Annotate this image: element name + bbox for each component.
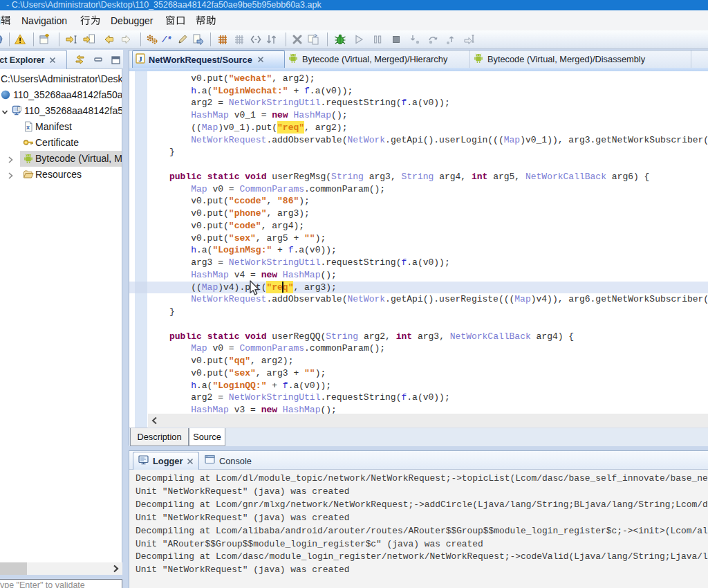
code-line-14: v0.put("sex", arg5 + ""); bbox=[148, 232, 708, 245]
code-token: void bbox=[245, 331, 266, 342]
pause-icon[interactable] bbox=[371, 33, 384, 46]
code-editor[interactable]: v0.put("wechat", arg2); h.a("LoginWechat… bbox=[129, 71, 708, 428]
code-token: arg2, bbox=[358, 331, 396, 342]
cjk-glyph bbox=[206, 15, 216, 26]
code-token: NetWork bbox=[347, 135, 385, 145]
run-icon[interactable] bbox=[353, 33, 365, 46]
project-explorer-view: Project Explorer bbox=[0, 50, 123, 588]
code-token: arg3 = bbox=[148, 257, 229, 268]
code-token: Map bbox=[148, 343, 207, 353]
project-tree-horizontal-scrollbar[interactable] bbox=[0, 562, 122, 575]
logger-output[interactable]: Decompiling at Lcom/dl/module_topic/netw… bbox=[129, 470, 708, 588]
tree-item-certificate[interactable]: Certificate bbox=[0, 135, 122, 151]
comment-icon[interactable]: /* bbox=[161, 33, 174, 46]
run-to-line-icon[interactable] bbox=[463, 33, 476, 46]
code-line-16: arg3 = NetWorkStringUtil.requestString(f… bbox=[148, 257, 708, 269]
code-line-22: public static void userRegQQ(String arg2… bbox=[148, 331, 708, 343]
close-icon[interactable] bbox=[187, 455, 194, 468]
chevron-expanded-icon[interactable] bbox=[1, 107, 9, 115]
scroll-left-icon[interactable] bbox=[149, 415, 160, 426]
menu-item-3[interactable] bbox=[80, 10, 100, 30]
panel-tab-console[interactable]: Console bbox=[200, 452, 258, 470]
tab-project-explorer[interactable]: Project Explorer bbox=[0, 50, 67, 69]
refresh-documents-icon[interactable] bbox=[307, 33, 319, 46]
code-token: "phone" bbox=[229, 208, 267, 219]
fragment-tab-source[interactable]: Source bbox=[189, 428, 225, 446]
editor-tab-2[interactable]: Bytecode (Virtual, Merged)/Hierarchy bbox=[285, 50, 470, 68]
tree-item-bytecode-virtual-merged-[interactable]: Bytecode (Virtual, Merged) bbox=[0, 151, 122, 167]
toolbar-separator bbox=[286, 33, 286, 46]
code-token: Map bbox=[504, 135, 520, 145]
chevron-collapsed-icon[interactable] bbox=[6, 170, 15, 178]
menu-item-4[interactable]: Debugger bbox=[111, 10, 153, 30]
tree-item-resources[interactable]: Resources bbox=[0, 167, 122, 183]
code-token: v0.put( bbox=[148, 208, 229, 219]
settings-gears-icon[interactable] bbox=[146, 33, 158, 46]
toolbar-separator bbox=[327, 33, 328, 46]
code-line-1: v0.put("wechat", arg2); bbox=[148, 73, 708, 85]
log-line-3: Decompiling at Lcom/gnr/mlxg/network/Net… bbox=[136, 499, 708, 512]
code-token: arg4, bbox=[434, 172, 472, 182]
expand-code-icon[interactable] bbox=[250, 33, 262, 46]
android-icon bbox=[288, 53, 299, 66]
step-over-icon[interactable] bbox=[427, 33, 440, 46]
sort-flow-icon[interactable] bbox=[266, 33, 278, 46]
code-token: new bbox=[261, 270, 277, 280]
code-token: NetWorkStringUtil bbox=[229, 392, 321, 403]
matrix-grey-icon[interactable] bbox=[233, 33, 245, 46]
goto-address-icon[interactable] bbox=[65, 33, 77, 46]
warning-icon[interactable] bbox=[14, 33, 26, 46]
minimize-view-icon[interactable] bbox=[94, 55, 103, 67]
editor-horizontal-scrollbar[interactable] bbox=[148, 414, 708, 427]
editor-gutter bbox=[135, 71, 147, 428]
close-icon[interactable] bbox=[257, 53, 264, 66]
new-window-icon[interactable] bbox=[39, 33, 51, 46]
menu-item-1[interactable]: 编 bbox=[0, 10, 11, 30]
scrollbar-thumb[interactable] bbox=[0, 562, 27, 575]
code-token: void bbox=[245, 172, 266, 182]
artifact-icon bbox=[12, 105, 23, 116]
panel-tab-logger[interactable]: Logger bbox=[133, 452, 199, 470]
debug-bug-icon[interactable] bbox=[334, 33, 346, 46]
tree-item-c-users-administrator-de[interactable]: C:\Users\Administrator\Desktop\110_35268… bbox=[0, 71, 122, 87]
menu-item-2[interactable]: Navigation bbox=[21, 10, 67, 30]
toolbar-separator bbox=[210, 33, 211, 46]
scroll-right-icon[interactable] bbox=[110, 563, 121, 574]
delete-icon[interactable] bbox=[291, 33, 304, 46]
menu-item-6[interactable] bbox=[196, 10, 216, 30]
tree-filter-input[interactable]: Type "Enter" to validate bbox=[0, 579, 122, 588]
code-token: NetWorkCallBack bbox=[525, 172, 606, 182]
code-token: v0 = bbox=[207, 184, 240, 194]
maximize-view-icon[interactable] bbox=[111, 55, 120, 67]
nav-back-icon[interactable] bbox=[102, 33, 115, 46]
matrix-orange-icon[interactable] bbox=[216, 33, 229, 46]
nav-forward-icon[interactable] bbox=[120, 33, 133, 46]
step-into-icon[interactable] bbox=[409, 33, 422, 46]
code-token: "re bbox=[266, 281, 282, 293]
editor-tab-3[interactable]: Bytecode (Virtual, Merged)/Disassembly bbox=[470, 50, 691, 68]
tree-item-manifest[interactable]: xManifest bbox=[0, 119, 122, 135]
title-bar[interactable]: - C:\Users\Administrator\Desktop\110_352… bbox=[0, 0, 708, 10]
fragment-tab-description[interactable]: Description bbox=[130, 428, 189, 446]
rename-icon[interactable] bbox=[176, 33, 189, 46]
step-out-icon[interactable] bbox=[445, 33, 458, 46]
menu-item-5[interactable] bbox=[165, 10, 185, 30]
editor-tab-1[interactable]: JNetWorkRequest/Source bbox=[132, 50, 285, 68]
code-token: f bbox=[304, 86, 310, 96]
java-file-icon: J bbox=[136, 53, 145, 66]
tree-item-110-35268aa48142fa50ae9b[interactable]: 110_35268aa48142fa50ae9be5b95ebb60a3.apk bbox=[0, 87, 122, 103]
tree-item-110-35268aa48142fa50ae9b[interactable]: 110_35268aa48142fa50ae9be5b95ebb60a3.apk bbox=[0, 103, 122, 119]
chevron-collapsed-icon[interactable] bbox=[6, 154, 15, 163]
log-line-5: Decompiling at Lcom/alibaba/android/arou… bbox=[136, 525, 708, 538]
close-icon[interactable] bbox=[49, 54, 56, 66]
tree-item-label: C:\Users\Administrator\Desktop\110_35268… bbox=[1, 71, 122, 87]
editor-group: JNetWorkRequest/SourceBytecode (Virtual,… bbox=[129, 50, 708, 445]
link-with-editor-icon[interactable] bbox=[74, 54, 86, 68]
goto-document-icon[interactable] bbox=[83, 33, 95, 46]
stop-icon[interactable] bbox=[390, 33, 402, 46]
convert-document-icon[interactable] bbox=[192, 33, 204, 46]
code-token: )v0_1).put( bbox=[218, 122, 277, 133]
tree-item-label: Manifest bbox=[35, 119, 72, 135]
open-file-icon[interactable] bbox=[0, 33, 9, 46]
cjk-glyph bbox=[91, 15, 101, 26]
